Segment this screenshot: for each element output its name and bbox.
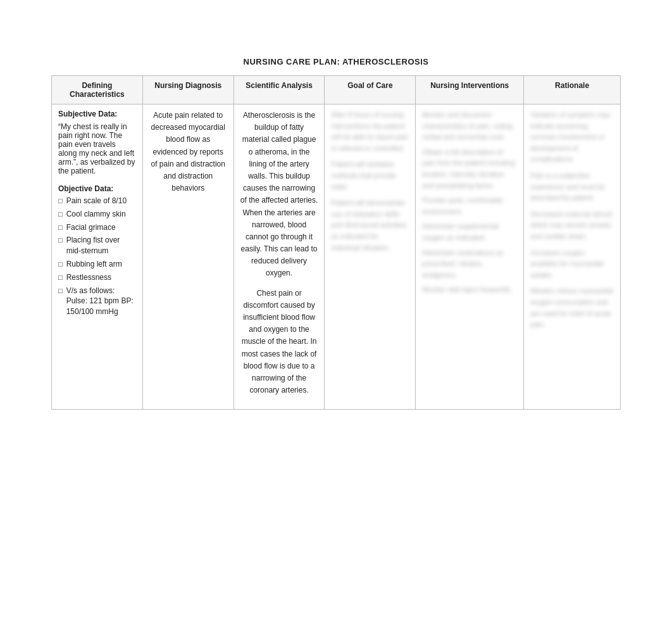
list-item: Pain scale of 8/10: [58, 196, 136, 206]
scientific-paragraph-1: Atherosclerosis is the buildup of fatty …: [240, 110, 318, 280]
scientific-text: Atherosclerosis is the buildup of fatty …: [240, 110, 318, 396]
rationale-blurred-content: Variation of symptom may indicate worsen…: [530, 110, 614, 331]
header-rationale: Rationale: [524, 76, 621, 104]
care-plan-table: Defining Characteristics Nursing Diagnos…: [51, 75, 621, 410]
bullet-item: V/s as follows: Pulse: 121 bpm BP: 150/1…: [66, 286, 136, 317]
list-item: Rubbing left arm: [58, 259, 136, 270]
header-interventions: Nursing Interventions: [416, 76, 524, 104]
defining-characteristics-cell: Subjective Data: “My chest is really in …: [52, 104, 143, 410]
goal-of-care-cell: After 8 hours of nursing interventions t…: [325, 104, 416, 410]
goal-blurred-content: After 8 hours of nursing interventions t…: [331, 110, 409, 253]
list-item: V/s as follows: Pulse: 121 bpm BP: 150/1…: [58, 286, 136, 317]
diagnosis-text: Acute pain related to decreased myocardi…: [149, 110, 227, 194]
list-item: Facial grimace: [58, 222, 136, 233]
subjective-text: “My chest is really in pain right now. T…: [58, 122, 135, 175]
nursing-interventions-cell: Monitor and document characteristics of …: [416, 104, 524, 410]
bullet-item: Cool clammy skin: [66, 209, 126, 220]
list-item: Restlessness: [58, 272, 136, 283]
interventions-blurred-content: Monitor and document characteristics of …: [422, 110, 517, 296]
bullet-item: Restlessness: [66, 272, 111, 283]
rationale-cell: Variation of symptom may indicate worsen…: [524, 104, 621, 410]
scientific-analysis-cell: Atherosclerosis is the buildup of fatty …: [233, 104, 325, 410]
nursing-diagnosis-cell: Acute pain related to decreased myocardi…: [142, 104, 233, 410]
header-scientific: Scientific Analysis: [233, 76, 325, 104]
scientific-paragraph-2: Chest pain or discomfort caused by insuf…: [240, 287, 318, 397]
objective-label: Objective Data:: [58, 184, 136, 193]
bullet-item: Pain scale of 8/10: [66, 196, 127, 206]
bullet-item: Rubbing left arm: [66, 259, 122, 270]
header-diagnosis: Nursing Diagnosis: [142, 76, 233, 104]
table-row: Subjective Data: “My chest is really in …: [52, 104, 621, 410]
list-item: Placing fist over mid-sternum: [58, 235, 136, 256]
bullet-item: Placing fist over mid-sternum: [66, 235, 136, 256]
page-title: NURSING CARE PLAN: ATHEROSCLEROSIS: [51, 57, 621, 66]
header-defining: Defining Characteristics: [52, 76, 143, 104]
bullet-item: Facial grimace: [66, 222, 116, 233]
objective-bullet-list: Pain scale of 8/10 Cool clammy skin Faci…: [58, 196, 136, 317]
header-goal: Goal of Care: [325, 76, 416, 104]
list-item: Cool clammy skin: [58, 209, 136, 220]
subjective-label: Subjective Data:: [58, 110, 136, 118]
